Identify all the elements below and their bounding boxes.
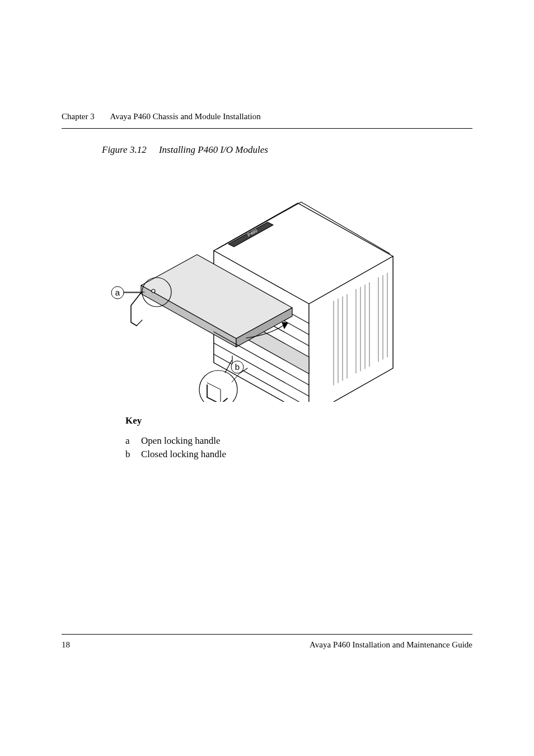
- svg-point-27: [199, 370, 237, 402]
- page-header: Chapter 3 Avaya P460 Chassis and Module …: [62, 112, 472, 129]
- callout-label-b: b: [235, 362, 240, 372]
- key-letter: a: [125, 434, 141, 448]
- key-text: Closed locking handle: [141, 448, 226, 461]
- figure-number: Figure 3.12: [102, 144, 147, 155]
- page-number: 18: [62, 640, 70, 650]
- key-item: b Closed locking handle: [125, 448, 472, 461]
- figure-title: Installing P460 I/O Modules: [159, 144, 268, 155]
- figure-illustration: a b P460: [102, 161, 472, 402]
- key-text: Open locking handle: [141, 434, 221, 448]
- figure-caption: Figure 3.12 Installing P460 I/O Modules: [102, 144, 472, 156]
- svg-point-31: [152, 289, 155, 293]
- key-heading: Key: [125, 415, 472, 426]
- doc-title: Avaya P460 Installation and Maintenance …: [310, 640, 472, 650]
- callout-label-a: a: [115, 288, 120, 297]
- page-footer: 18 Avaya P460 Installation and Maintenan…: [62, 634, 472, 650]
- figure-key: Key a Open locking handle b Closed locki…: [125, 415, 472, 461]
- key-item: a Open locking handle: [125, 434, 472, 448]
- chapter-label: Chapter 3: [62, 112, 95, 121]
- chapter-title: Avaya P460 Chassis and Module Installati…: [110, 112, 260, 121]
- key-letter: b: [125, 448, 141, 461]
